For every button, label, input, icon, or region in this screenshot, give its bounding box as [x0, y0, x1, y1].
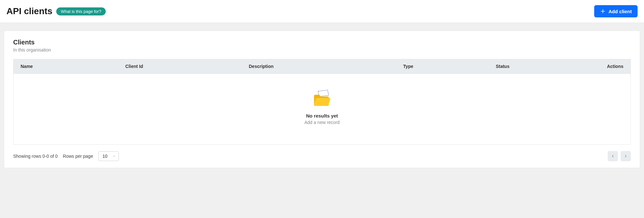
info-pill[interactable]: What is this page for?	[56, 7, 106, 15]
plus-icon	[600, 8, 606, 14]
next-page-button[interactable]	[621, 151, 631, 161]
col-type[interactable]: Type	[396, 59, 489, 74]
col-actions: Actions	[581, 59, 631, 74]
page-title: API clients	[6, 6, 52, 16]
add-client-button[interactable]: Add client	[594, 5, 638, 17]
rows-per-page-wrap: 10	[98, 151, 119, 161]
col-name[interactable]: Name	[13, 59, 119, 74]
empty-row: No results yet Add a new record	[13, 74, 631, 145]
rows-per-page-label: Rows per page	[63, 154, 93, 159]
col-client-id[interactable]: Client Id	[118, 59, 242, 74]
table-header-row: Name Client Id Description Type Status A…	[13, 59, 631, 74]
clients-table: Name Client Id Description Type Status A…	[13, 59, 631, 145]
empty-folder-icon	[312, 90, 332, 108]
prev-page-button[interactable]	[608, 151, 618, 161]
empty-title: No results yet	[13, 113, 631, 118]
col-description[interactable]: Description	[242, 59, 396, 74]
footer-left: Showing rows 0-0 of 0 Rows per page 10	[13, 151, 119, 161]
chevron-left-icon	[611, 154, 615, 158]
table-footer: Showing rows 0-0 of 0 Rows per page 10	[13, 151, 631, 161]
pager	[608, 151, 631, 161]
add-client-label: Add client	[608, 9, 632, 14]
showing-text: Showing rows 0-0 of 0	[13, 154, 58, 159]
content-wrap: Clients In this organisation Name Client…	[0, 23, 644, 172]
clients-card: Clients In this organisation Name Client…	[4, 31, 640, 168]
rows-per-page-select[interactable]: 10	[98, 151, 119, 161]
header-left: API clients What is this page for?	[6, 6, 106, 16]
empty-state: No results yet Add a new record	[13, 74, 631, 144]
col-status[interactable]: Status	[489, 59, 581, 74]
card-title: Clients	[13, 39, 631, 46]
empty-subtitle: Add a new record	[13, 120, 631, 125]
chevron-right-icon	[623, 154, 628, 158]
card-subtitle: In this organisation	[13, 47, 631, 52]
page-header: API clients What is this page for? Add c…	[0, 0, 644, 23]
